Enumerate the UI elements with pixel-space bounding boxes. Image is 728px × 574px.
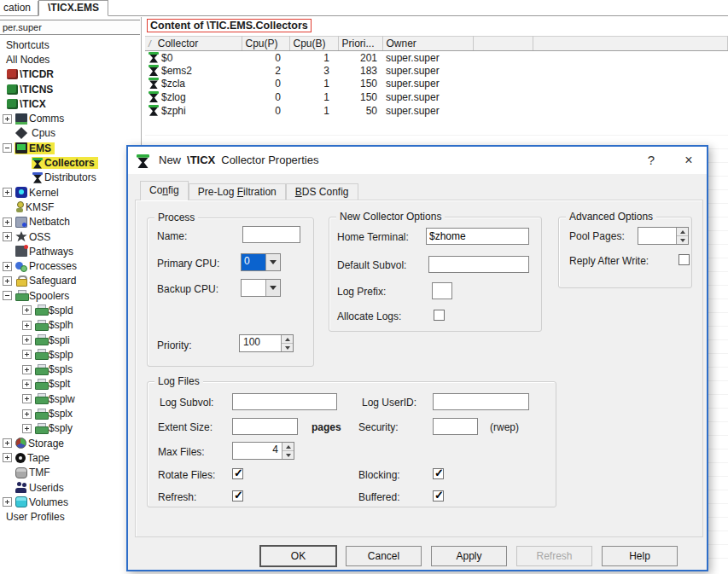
dialog-title-bar[interactable]: New\TICXCollector Properties ? × [128,147,707,174]
tree-item-body[interactable]: $spli [34,334,73,346]
reply-after-write-checkbox[interactable] [678,254,690,265]
tree-item-body[interactable]: Storage [15,438,67,449]
security-field[interactable] [433,418,478,435]
expander-icon[interactable] [3,188,12,197]
table-row[interactable]: $zlog 0 1 150 super.super [145,90,728,104]
tree-item[interactable]: Tape [0,450,141,465]
refresh-checkbox[interactable] [232,490,243,502]
tree-item-body[interactable]: User Profiles [3,511,68,523]
tree-item[interactable]: KMSF [0,200,141,214]
primary-cpu-select[interactable]: 0 [241,253,281,271]
dialog-button[interactable]: Apply [431,546,507,566]
expander-icon[interactable] [22,305,32,315]
tree-item-body[interactable]: $splx [34,408,76,420]
tree-item[interactable]: $sply [0,421,141,436]
tree-item-body[interactable]: \TICNS [6,84,56,96]
tree-item[interactable]: Spoolers [0,288,141,303]
tree-item-body[interactable]: Kernel [15,187,62,199]
tree-item[interactable]: $splw [0,391,141,406]
expander-icon[interactable] [22,350,32,359]
expander-icon[interactable] [3,217,12,227]
tree-item-body[interactable]: Volumes [15,496,72,508]
column-header-cpu-b[interactable]: Cpu(B) [289,37,338,51]
spin-up-icon[interactable] [282,443,294,451]
tree-item-body[interactable]: Userids [15,482,67,494]
tree-item[interactable]: Comms [0,111,141,125]
tree-item-body[interactable]: Netbatch [15,216,73,228]
tree-item-body[interactable]: OSS [15,231,54,243]
dialog-tab[interactable]: Pre-Log Filtration [189,183,286,200]
tree-item-body[interactable]: $splp [34,349,77,361]
tree-item[interactable]: Shortcuts [0,38,141,52]
expander-icon[interactable] [3,262,12,271]
expander-icon[interactable] [3,114,12,124]
pool-pages-stepper[interactable] [638,227,689,245]
tree-item[interactable]: Cpus [0,126,141,141]
dialog-tab[interactable]: Config [140,181,189,200]
tree-item[interactable]: $splt [0,377,141,391]
tree-item[interactable]: $splp [0,347,141,362]
max-files-stepper[interactable]: 4 [232,442,294,460]
tree-item-body[interactable]: $splh [34,319,77,331]
tree-item[interactable]: User Profiles [0,510,141,525]
dialog-button[interactable]: Refresh [516,546,592,566]
tree-item[interactable]: TMF [0,466,141,480]
table-row[interactable]: $zphi 0 1 50 super.super [145,104,728,118]
tree-item[interactable]: Collectors [0,155,141,170]
dialog-button[interactable]: Help [602,546,678,566]
expander-icon[interactable] [22,321,32,330]
expander-icon[interactable] [3,453,12,462]
dialog-tab[interactable]: BDS Config [286,183,358,200]
log-subvol-field[interactable] [232,393,337,410]
dialog-button[interactable]: OK [260,546,336,566]
log-userid-field[interactable] [433,393,529,410]
expander-icon[interactable] [22,380,32,389]
extent-size-field[interactable] [232,418,298,435]
expander-icon[interactable] [3,438,12,448]
rotate-files-checkbox[interactable] [232,468,243,479]
tree-item-body[interactable]: $splt [34,378,73,390]
tree-item-body[interactable]: TMF [15,467,54,478]
expander-icon[interactable] [22,409,32,419]
tree-item[interactable]: Safeguard [0,274,141,288]
tree-item-body[interactable]: Collectors [32,157,98,169]
expander-icon[interactable] [22,335,32,345]
expander-icon[interactable] [3,497,12,507]
tree-item[interactable]: EMS [0,141,141,155]
tree-item[interactable]: \TICNS [0,82,141,96]
priority-stepper[interactable]: 100 [239,334,294,352]
table-row[interactable]: $0 0 1 201 super.super [145,51,728,65]
tree-item[interactable]: $spls [0,362,141,377]
tree-item-body[interactable]: KMSF [15,201,57,213]
tree-item[interactable]: Distributors [0,171,141,185]
tree-item[interactable]: \TICDR [0,67,141,82]
dialog-button[interactable]: Cancel [346,546,422,566]
backup-cpu-select[interactable] [241,279,281,297]
tree-item-body[interactable]: Comms [15,113,67,125]
expander-icon[interactable] [22,365,32,374]
tree-item[interactable]: OSS [0,229,141,244]
tree-item-body[interactable]: Safeguard [15,275,79,287]
tree-item-body[interactable]: $splw [34,393,79,405]
column-header-priority[interactable]: Priori... [338,37,382,51]
expander-icon[interactable] [3,291,12,300]
expander-icon[interactable] [22,424,32,433]
tree-item[interactable]: \TICX [0,96,141,111]
tree-item[interactable]: $spld [0,303,141,317]
spin-down-icon[interactable] [282,451,294,459]
table-row[interactable]: $ems2 2 3 183 super.super [145,64,728,78]
buffered-checkbox[interactable] [433,490,444,502]
table-row[interactable]: $zcla 0 1 150 super.super [145,78,728,91]
close-icon[interactable]: × [678,151,700,170]
expander-icon[interactable] [3,232,12,241]
column-header-cpu-p[interactable]: Cpu(P) [242,37,289,51]
tree-item[interactable]: $spli [0,333,141,347]
tree-item-body[interactable]: $spls [34,363,76,375]
tree-item[interactable]: All Nodes [0,52,141,67]
log-prefix-field[interactable] [432,282,452,299]
spin-up-icon[interactable] [282,335,293,344]
blocking-checkbox[interactable] [433,468,444,479]
tree-item-body[interactable]: Pathways [15,246,77,258]
tree-item-body[interactable]: Processes [15,260,80,272]
tree-item-body[interactable]: Distributors [32,171,100,183]
